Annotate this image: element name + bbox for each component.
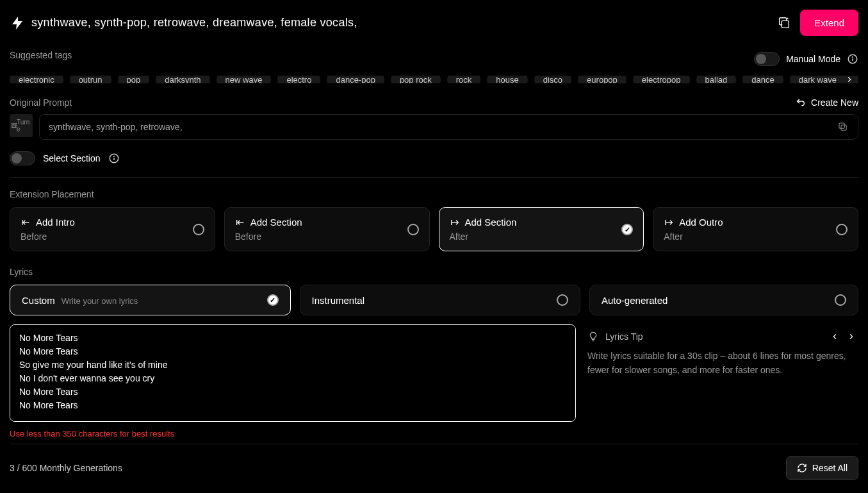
lyrics-tip-panel: Lyrics Tip Write lyrics suitable for a 3… xyxy=(585,324,858,439)
select-section-toggle[interactable] xyxy=(10,151,35,165)
tag-disco[interactable]: disco xyxy=(534,76,571,83)
undo-icon xyxy=(796,97,806,108)
footer: 3 / 600 Monthly Generations Reset All xyxy=(10,444,858,493)
copy-button[interactable] xyxy=(774,13,794,33)
radio-indicator xyxy=(836,224,848,235)
lyrics-tab-auto-generated[interactable]: Auto-generated xyxy=(589,285,858,315)
style-tags-input[interactable] xyxy=(31,16,768,29)
info-icon[interactable] xyxy=(847,53,858,65)
radio-indicator xyxy=(267,294,279,306)
tag-electropop[interactable]: electropop xyxy=(633,76,690,83)
lightbulb-icon xyxy=(587,331,599,342)
original-prompt-header: Original Prompt Create New xyxy=(10,97,858,108)
lyrics-textarea[interactable] xyxy=(10,324,576,422)
tag-electro[interactable]: electro xyxy=(277,76,320,83)
select-section-label: Select Section xyxy=(43,153,101,163)
lyrics-tip-text: Write lyrics suitable for a 30s clip – a… xyxy=(587,349,856,378)
extension-placement-row: Add IntroBeforeAdd SectionBeforeAdd Sect… xyxy=(10,207,858,251)
manual-mode-label: Manual Mode xyxy=(786,54,840,64)
tag-rock[interactable]: rock xyxy=(447,76,481,83)
tag-outrun[interactable]: outrun xyxy=(70,76,111,83)
svg-rect-0 xyxy=(782,21,789,28)
arrow-forward-icon xyxy=(450,217,460,228)
arrow-back-icon xyxy=(235,217,245,228)
svg-point-3 xyxy=(853,57,853,58)
copy-icon[interactable] xyxy=(837,121,849,133)
placement-add-section-before[interactable]: Add SectionBefore xyxy=(224,207,430,251)
lyrics-warning: Use less than 350 characters for best re… xyxy=(10,429,576,439)
radio-indicator xyxy=(835,294,846,306)
lyrics-tab-instrumental[interactable]: Instrumental xyxy=(300,285,581,315)
tag-dark-wave[interactable]: dark wave xyxy=(790,76,846,83)
tag-pop[interactable]: pop xyxy=(118,76,150,83)
top-row: Extend xyxy=(10,10,858,36)
placement-add-outro-after[interactable]: Add OutroAfter xyxy=(653,207,858,251)
arrow-back-icon xyxy=(20,217,31,228)
refresh-icon xyxy=(797,463,807,473)
manual-mode-toggle[interactable] xyxy=(754,52,780,66)
svg-point-8 xyxy=(113,156,114,157)
tags-scroll-right[interactable] xyxy=(840,76,858,83)
chevron-right-icon xyxy=(845,76,854,83)
bolt-icon xyxy=(10,15,25,31)
placement-add-section-after[interactable]: Add SectionAfter xyxy=(439,207,644,251)
svg-rect-5 xyxy=(839,123,844,128)
original-prompt-box: synthwave, synth-pop, retrowave, xyxy=(39,114,858,140)
radio-indicator xyxy=(193,224,204,235)
placement-add-intro-before[interactable]: Add IntroBefore xyxy=(10,207,215,251)
suggested-tags-row: electronicoutrunpopdarksynthnew waveelec… xyxy=(10,76,858,83)
tag-dance[interactable]: dance xyxy=(742,76,783,83)
suggested-tags-label: Suggested tags xyxy=(10,50,72,60)
lyrics-label: Lyrics xyxy=(10,267,858,277)
arrow-forward-icon xyxy=(664,217,674,228)
extend-button[interactable]: Extend xyxy=(800,10,858,36)
radio-indicator xyxy=(557,294,568,306)
create-new-button[interactable]: Create New xyxy=(796,97,858,108)
tag-europop[interactable]: europop xyxy=(578,76,626,83)
tag-dance-pop[interactable]: dance-pop xyxy=(327,76,384,83)
tag-ballad[interactable]: ballad xyxy=(696,76,737,83)
track-thumbnail[interactable]: 🖼Turne xyxy=(10,114,33,137)
original-prompt-text: synthwave, synth-pop, retrowave, xyxy=(49,122,183,132)
suggested-tags-header: Suggested tags Manual Mode xyxy=(10,50,858,68)
extension-placement-label: Extension Placement xyxy=(10,189,858,199)
tag-house[interactable]: house xyxy=(487,76,527,83)
svg-rect-4 xyxy=(841,125,846,130)
copy-icon xyxy=(777,16,791,30)
reset-all-button[interactable]: Reset All xyxy=(786,456,858,480)
radio-indicator xyxy=(621,224,633,235)
info-icon[interactable] xyxy=(108,153,120,164)
generation-count: 3 / 600 Monthly Generations xyxy=(10,463,122,473)
lyrics-tab-custom[interactable]: CustomWrite your own lyrics xyxy=(10,285,291,315)
lyrics-tabs: CustomWrite your own lyricsInstrumentalA… xyxy=(10,285,858,315)
lyrics-body: Use less than 350 characters for best re… xyxy=(10,324,858,439)
tag-darksynth[interactable]: darksynth xyxy=(156,76,209,83)
chevron-right-icon[interactable] xyxy=(847,332,856,341)
tag-pop-rock[interactable]: pop rock xyxy=(391,76,441,83)
tag-new-wave[interactable]: new wave xyxy=(217,76,272,83)
chevron-left-icon[interactable] xyxy=(830,332,839,341)
select-section-row: Select Section xyxy=(10,151,858,165)
lyrics-tip-title: Lyrics Tip xyxy=(605,331,643,342)
tag-electronic[interactable]: electronic xyxy=(10,76,63,83)
original-prompt-label: Original Prompt xyxy=(10,97,72,108)
original-prompt-row: 🖼Turne synthwave, synth-pop, retrowave, xyxy=(10,114,858,140)
radio-indicator xyxy=(407,224,419,235)
